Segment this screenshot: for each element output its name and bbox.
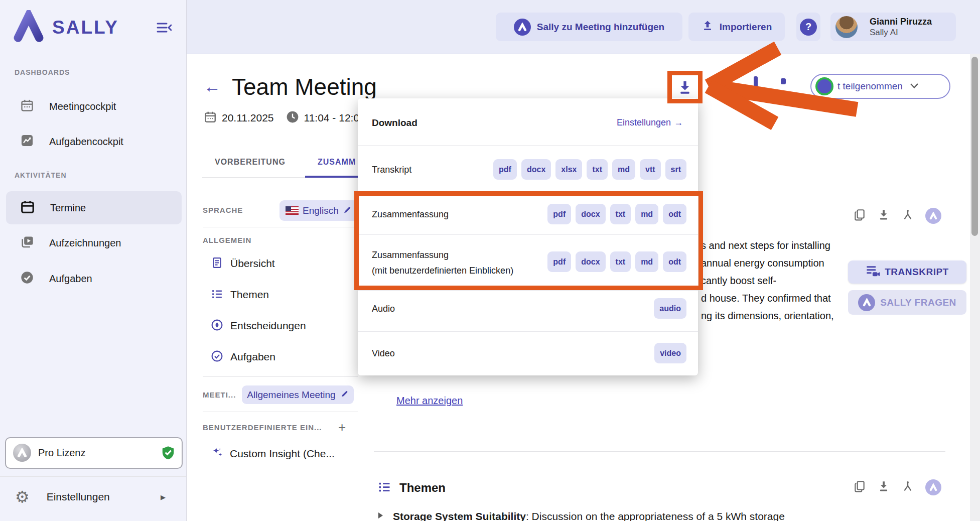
summary-text: annual energy consumption [701,257,824,269]
sidebar-item-label: Meetingcockpit [49,101,116,112]
sidebar-item-aufgaben[interactable]: Aufgaben [20,269,176,289]
meeting-type-value: Allgemeines Meeting [247,389,335,401]
share-tree-icon[interactable] [901,208,914,223]
meeting-type-label: MEETI... [203,390,236,399]
outline-item-aufgaben[interactable]: Aufgaben [211,349,275,365]
format-chip-pdf[interactable]: pdf [493,159,517,180]
language-chip[interactable]: Englisch [279,200,358,221]
button-label: TRANSKRIPT [885,267,948,278]
download-icon[interactable] [877,480,890,495]
download-icon[interactable] [877,208,890,223]
sidebar-section-dashboards: DASHBOARDS [15,68,70,76]
menu-row-label: Transkript [372,165,411,175]
format-chip-docx[interactable]: docx [521,159,551,180]
sidebar-item-label: Aufgabencockpit [49,136,123,148]
summary-text: ng its dimensions, orientation, [701,310,834,322]
active-tab-underline [305,176,358,178]
sally-logo-icon [13,10,44,43]
scrollbar-track[interactable] [970,54,980,521]
button-label: Sally zu Meeting hinzufügen [537,22,664,33]
format-chip-vtt[interactable]: vtt [640,159,661,180]
sidebar-item-aufzeichnungen[interactable]: Aufzeichnungen [20,233,176,253]
themen-toolbar [853,478,941,496]
outline-item-custom-insight[interactable]: Custom Insight (Che... [211,446,335,462]
sidebar: SALLY DASHBOARDS Meetingcockpit [0,0,187,521]
outline-item-label: Entscheidungen [230,320,306,332]
format-chip-row: audio [654,298,686,319]
outline-item-uebersicht[interactable]: Übersicht [211,255,275,272]
participants-pill[interactable]: t teilgenommen [810,74,950,99]
format-chip-video[interactable]: video [654,343,686,363]
section-title: Themen [399,481,446,495]
meeting-type-chip[interactable]: Allgemeines Meeting [242,385,354,404]
copy-icon[interactable] [853,208,866,223]
expand-triangle-icon[interactable] [377,511,384,521]
divider [203,412,358,412]
recordings-icon [20,235,34,251]
collapse-sidebar-icon[interactable] [157,21,172,36]
brand-name: SALLY [52,17,119,38]
format-chip-srt[interactable]: srt [665,159,686,180]
sidebar-item-einstellungen[interactable]: ⚙ Einstellungen ▶ [15,486,176,508]
download-settings-link[interactable]: Einstellungen → [617,117,683,128]
hidden-icon[interactable] [754,76,758,87]
share-tree-icon[interactable] [901,480,914,495]
pencil-icon[interactable] [340,389,349,400]
sally-ai-icon[interactable] [925,479,941,495]
chevron-down-icon [910,82,919,91]
sidebar-item-meetingcockpit[interactable]: Meetingcockpit [20,96,176,116]
clock-icon [286,110,299,125]
sally-grey-logo-icon [13,444,31,462]
back-icon[interactable]: ← [204,77,221,96]
sidebar-item-label: Termine [50,202,86,214]
page-title: Team Meeting [232,73,377,100]
outline-item-entscheidungen[interactable]: Entscheidungen [211,318,306,334]
language-label: SPRACHE [203,206,243,214]
compass-icon [211,319,223,333]
language-value: Englisch [303,205,339,216]
hidden-icon[interactable] [781,78,786,84]
add-sally-to-meeting-button[interactable]: Sally zu Meeting hinzufügen [496,13,682,41]
sally-logo-icon [858,294,875,311]
document-icon [211,256,223,271]
plus-icon[interactable]: + [338,420,346,435]
import-button[interactable]: Importieren [688,13,785,41]
topic-row[interactable]: Storage System Suitability: Discussion o… [377,509,785,521]
sidebar-item-aufgabencockpit[interactable]: Aufgabencockpit [20,132,176,152]
transcript-icon [866,265,881,280]
license-card[interactable]: Pro Lizenz [5,437,183,469]
tab-zusammenfassung[interactable]: ZUSAMM [318,158,356,167]
outline-item-themen[interactable]: Themen [211,287,269,303]
scrollbar-thumb[interactable] [971,57,978,236]
sally-ai-icon[interactable] [925,208,941,224]
calendar-icon [20,98,34,115]
help-button[interactable]: ? [796,13,820,41]
hidden-icon[interactable] [727,77,731,87]
transkript-button[interactable]: TRANSKRIPT [848,260,966,284]
format-chip-row: video [654,343,686,363]
summary-text: d house. They confirmed that [701,293,831,304]
user-profile-button[interactable]: Gianni Piruzza Sally AI [830,13,956,41]
menu-row-label: Video [372,348,395,359]
show-more-link[interactable]: Mehr anzeigen [396,395,463,407]
format-chip-md[interactable]: md [612,159,635,180]
chart-icon [20,134,34,150]
copy-icon[interactable] [853,480,866,495]
user-name: Gianni Piruzza [870,16,932,28]
pencil-icon[interactable] [343,205,352,216]
avatar [835,16,858,38]
outline-item-label: Übersicht [230,257,275,270]
outline-item-label: Aufgaben [230,351,275,363]
calendar-icon [204,110,217,125]
format-chip-txt[interactable]: txt [587,159,608,180]
help-icon: ? [800,19,817,36]
sidebar-section-aktivitaeten: AKTIVITÄTEN [15,171,67,179]
sally-fragen-button[interactable]: SALLY FRAGEN [848,290,966,315]
gear-icon: ⚙ [15,489,30,505]
tab-vorbereitung[interactable]: VORBEREITUNG [215,158,286,167]
format-chip-audio[interactable]: audio [654,298,686,319]
menu-row-label: Audio [372,304,395,314]
sidebar-item-termine[interactable]: Termine [6,191,182,224]
format-chip-xlsx[interactable]: xlsx [555,159,582,180]
outline-item-label: Themen [230,289,269,301]
